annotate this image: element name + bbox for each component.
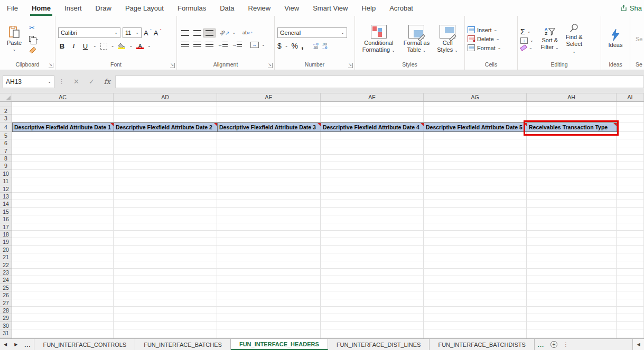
font-size-combo[interactable]: 11⌄ [123,27,142,38]
row-header-22[interactable]: 22 [0,261,12,269]
sheet-tab-fun_interface_controls[interactable]: FUN_INTERFACE_CONTROLS [34,339,135,350]
fill-color-button[interactable] [118,43,125,49]
copy-button[interactable]: ⌄ [29,35,39,43]
find-select-button[interactable]: Find & Select ⌄ [562,23,586,55]
sensitivity-button[interactable]: Se [636,36,642,42]
row-header-15[interactable]: 15 [0,208,12,215]
header-cell-AG4[interactable]: Descriptive Flexfield Attribute Date 5 [424,122,527,132]
merge-center-button[interactable]: ↔ [249,41,260,49]
row-header-6[interactable]: 6 [0,139,12,147]
header-cell-AF4[interactable]: Descriptive Flexfield Attribute Date 4 [321,122,424,132]
italic-button[interactable]: I [70,42,78,50]
conditional-formatting-button[interactable]: Conditional Formatting ⌄ [358,24,399,54]
hscroll-left-button[interactable]: ◀ [632,339,644,350]
alignment-dialog-launcher[interactable]: ↘ [268,63,273,68]
name-box[interactable]: AH13 ⌄ [3,75,54,88]
cancel-entry-button[interactable]: ✕ [69,78,84,86]
row-header-21[interactable]: 21 [0,253,12,261]
ribbon-tab-smart-view[interactable]: Smart View [306,0,354,16]
clear-button[interactable]: ⌄ [520,46,534,50]
row-header-29[interactable]: 29 [0,314,12,321]
row-header-23[interactable]: 23 [0,269,12,276]
sheet-tab-fun_interface_batchdists[interactable]: FUN_INTERFACE_BATCHDISTS [430,339,534,350]
fill-button[interactable]: ↓⌄ [520,37,534,44]
decrease-indent-button[interactable]: ← [216,41,229,49]
row-header-9[interactable]: 9 [0,162,12,169]
accounting-format-button[interactable]: $ [277,42,282,50]
comma-style-button[interactable]: , [301,43,304,49]
row-header-28[interactable]: 28 [0,307,12,314]
increase-decimal-button[interactable]: ←0.00 [313,42,319,50]
row-header-26[interactable]: 26 [0,291,12,299]
column-header-AC[interactable]: AC [12,93,114,101]
row-header-24[interactable]: 24 [0,276,12,283]
ribbon-tab-file[interactable]: File [0,0,25,16]
align-center-button[interactable] [192,41,203,49]
borders-button[interactable] [100,43,107,50]
sheet-overflow-right[interactable]: ... [535,339,547,350]
formula-input[interactable] [115,75,644,88]
row-header-17[interactable]: 17 [0,223,12,231]
clipboard-dialog-launcher[interactable]: ↘ [49,63,53,68]
cut-button[interactable]: ✂ [29,24,39,32]
spreadsheet-grid[interactable]: 1234567891011121314151617181920212223242… [0,102,644,338]
align-left-button[interactable] [180,41,191,49]
column-header-AF[interactable]: AF [321,93,424,101]
insert-function-button[interactable]: fx [99,78,115,86]
sheet-tab-fun_interface_dist_lines[interactable]: FUN_INTERFACE_DIST_LINES [328,339,430,350]
ribbon-tab-view[interactable]: View [277,0,306,16]
row-header-10[interactable]: 10 [0,170,12,177]
format-cells-button[interactable]: Format⌄ [468,44,501,51]
column-header-AD[interactable]: AD [114,93,217,101]
sheet-nav-right-button[interactable]: ▶ [11,339,21,350]
row-header-20[interactable]: 20 [0,246,12,253]
share-button[interactable]: Sha [615,0,644,16]
sheet-tab-fun_interface_batches[interactable]: FUN_INTERFACE_BATCHES [135,339,231,350]
align-top-button[interactable] [180,29,191,37]
header-cell-AE4[interactable]: Descriptive Flexfield Attribute Date 3 [217,122,321,132]
row-header-25[interactable]: 25 [0,284,12,291]
sort-filter-button[interactable]: AZ Sort & Filter ⌄ [538,26,562,52]
percent-style-button[interactable]: % [292,42,298,50]
ribbon-tab-help[interactable]: Help [354,0,382,16]
row-header-30[interactable]: 30 [0,322,12,329]
bold-button[interactable]: B [58,42,66,50]
row-header-8[interactable]: 8 [0,155,12,162]
font-color-button[interactable]: A [136,43,144,49]
select-all-corner[interactable] [0,93,12,101]
row-header-1[interactable]: 1 [0,102,12,107]
number-dialog-launcher[interactable]: ↘ [348,63,353,68]
ribbon-tab-formulas[interactable]: Formulas [171,0,213,16]
row-header-16[interactable]: 16 [0,215,12,223]
delete-cells-button[interactable]: Delete⌄ [468,35,501,42]
underline-button[interactable]: U [81,42,89,50]
sheet-tab-fun_interface_headers[interactable]: FUN_INTERFACE_HEADERS [231,339,328,350]
paste-button[interactable]: Paste ⌄ [3,25,26,53]
column-header-AG[interactable]: AG [424,93,527,101]
increase-indent-button[interactable]: → [230,41,244,49]
font-name-combo[interactable]: Calibri⌄ [58,27,120,38]
row-header-19[interactable]: 19 [0,238,12,245]
ideas-button[interactable]: Ideas [606,28,625,50]
ribbon-tab-review[interactable]: Review [241,0,278,16]
row-header-4[interactable]: 4 [0,122,12,132]
row-header-12[interactable]: 12 [0,185,12,193]
format-painter-button[interactable] [29,46,39,54]
row-header-27[interactable]: 27 [0,299,12,307]
format-as-table-button[interactable]: Format as Table ⌄ [400,24,433,54]
row-header-13[interactable]: 13 [0,193,12,200]
orientation-button[interactable]: ab↗ [218,29,231,37]
row-header-31[interactable]: 31 [0,329,12,337]
ribbon-tab-acrobat[interactable]: Acrobat [382,0,420,16]
column-header-AI[interactable]: AI [617,93,644,101]
row-header-14[interactable]: 14 [0,200,12,207]
shrink-font-button[interactable]: Aˇ [154,29,162,37]
new-sheet-button[interactable]: + [547,339,561,350]
font-dialog-launcher[interactable]: ↘ [170,63,175,68]
autosum-button[interactable]: Σ⌄ [520,28,534,35]
ribbon-tab-insert[interactable]: Insert [58,0,89,16]
cell-styles-button[interactable]: Cell Styles ⌄ [434,24,461,54]
align-middle-button[interactable] [192,29,203,37]
ribbon-tab-data[interactable]: Data [213,0,241,16]
sheet-nav-left-button[interactable]: ◀ [0,339,11,350]
